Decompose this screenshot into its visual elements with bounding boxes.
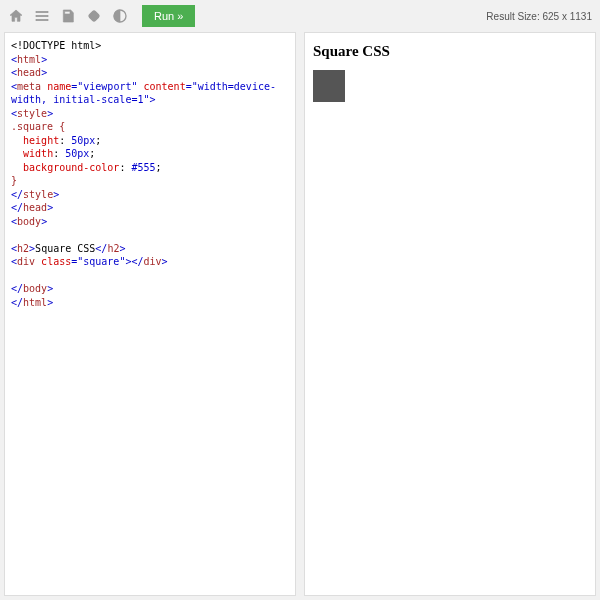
toolbar: Run » Result Size: 625 x 1131 xyxy=(0,0,600,32)
svg-rect-0 xyxy=(36,11,48,12)
code-token: </ xyxy=(11,202,23,213)
code-token: > xyxy=(47,297,53,308)
code-token: "square" xyxy=(77,256,125,267)
code-token: > xyxy=(119,243,125,254)
code-token: Square CSS xyxy=(35,243,95,254)
result-size-label: Result Size: xyxy=(486,11,539,22)
code-token: name xyxy=(41,81,71,92)
svg-rect-2 xyxy=(36,19,48,20)
code-token: .square { xyxy=(11,121,65,132)
code-token: > xyxy=(47,283,53,294)
code-token: : xyxy=(119,162,131,173)
code-token: body xyxy=(23,283,47,294)
code-token: body xyxy=(17,216,41,227)
svg-rect-3 xyxy=(88,10,99,21)
output-content: Square CSS xyxy=(305,33,595,108)
result-size-height: 1131 xyxy=(570,11,592,22)
code-token: meta xyxy=(17,81,41,92)
code-token: style xyxy=(23,189,53,200)
code-token: > xyxy=(149,94,155,105)
menu-icon[interactable] xyxy=(34,8,50,24)
code-token: > xyxy=(41,67,47,78)
code-token: > xyxy=(41,216,47,227)
code-token: h2 xyxy=(17,243,29,254)
code-token: content xyxy=(137,81,185,92)
home-icon[interactable] xyxy=(8,8,24,24)
rotate-icon[interactable] xyxy=(86,8,102,24)
code-editor[interactable]: <!DOCTYPE html> <html> <head> <meta name… xyxy=(4,32,296,596)
output-pane: Square CSS xyxy=(304,32,596,596)
code-token: : xyxy=(59,135,71,146)
code-token: > xyxy=(47,202,53,213)
code-token: head xyxy=(17,67,41,78)
output-heading: Square CSS xyxy=(313,43,587,60)
panes: <!DOCTYPE html> <html> <head> <meta name… xyxy=(0,32,600,600)
code-token: ; xyxy=(95,135,101,146)
code-token: #555 xyxy=(131,162,155,173)
code-token: height xyxy=(11,135,59,146)
code-token: </ xyxy=(11,189,23,200)
code-token: html xyxy=(23,297,47,308)
save-icon[interactable] xyxy=(60,8,76,24)
code-token: > xyxy=(47,108,53,119)
code-token: h2 xyxy=(107,243,119,254)
code-token: div xyxy=(144,256,162,267)
code-content: <!DOCTYPE html> <html> <head> <meta name… xyxy=(5,33,295,315)
code-token: </ xyxy=(131,256,143,267)
code-token: style xyxy=(17,108,47,119)
code-token: > xyxy=(162,256,168,267)
code-token: div xyxy=(17,256,35,267)
result-size: Result Size: 625 x 1131 xyxy=(486,11,592,22)
code-token: </ xyxy=(95,243,107,254)
code-token: > xyxy=(53,189,59,200)
run-button[interactable]: Run » xyxy=(142,5,195,27)
code-token: 50px xyxy=(65,148,89,159)
code-token: width xyxy=(11,148,53,159)
code-token: 50px xyxy=(71,135,95,146)
result-size-sep: x xyxy=(562,11,567,22)
code-token: "viewport" xyxy=(77,81,137,92)
code-token: </ xyxy=(11,297,23,308)
result-size-width: 625 xyxy=(543,11,560,22)
code-token: ; xyxy=(89,148,95,159)
code-token: ; xyxy=(156,162,162,173)
code-token: background-color xyxy=(11,162,119,173)
code-doctype: <!DOCTYPE html> xyxy=(11,40,101,51)
code-token: html xyxy=(17,54,41,65)
theme-icon[interactable] xyxy=(112,8,128,24)
code-token: : xyxy=(53,148,65,159)
code-token: } xyxy=(11,175,17,186)
code-token: > xyxy=(41,54,47,65)
square-demo xyxy=(313,70,345,102)
code-token: </ xyxy=(11,283,23,294)
code-token: class xyxy=(35,256,71,267)
code-token: head xyxy=(23,202,47,213)
svg-rect-1 xyxy=(36,15,48,16)
